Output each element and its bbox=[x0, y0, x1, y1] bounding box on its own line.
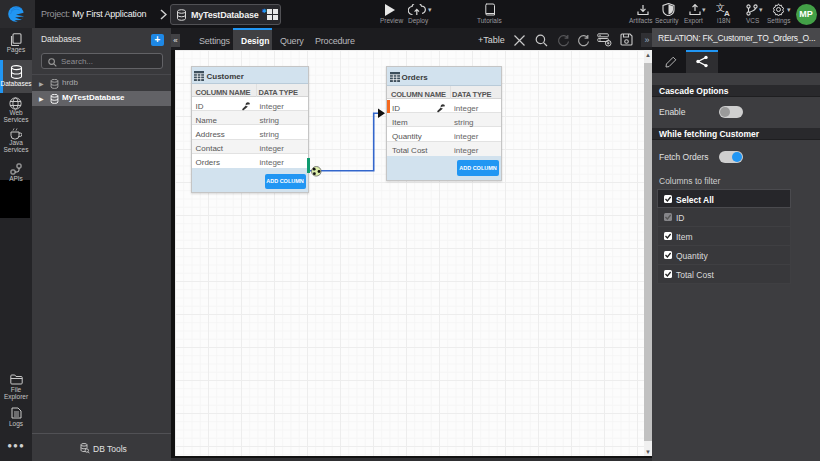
svg-text:A: A bbox=[724, 9, 730, 16]
